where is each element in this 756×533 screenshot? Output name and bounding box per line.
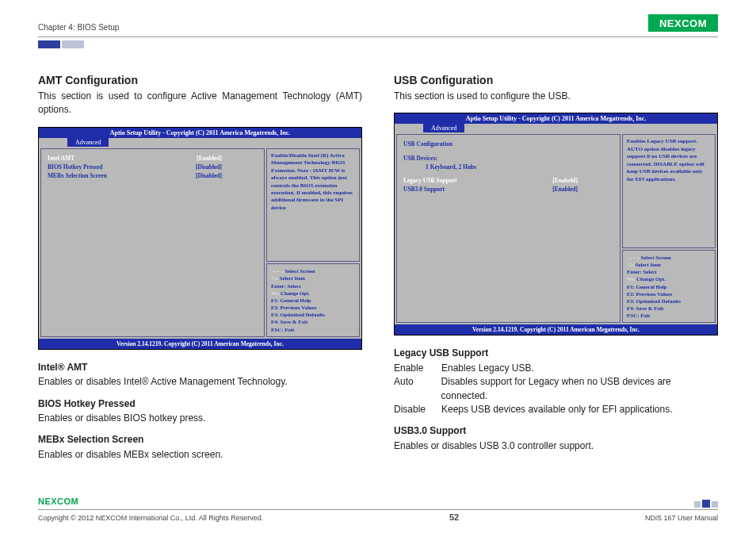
usb-descriptions: Legacy USB Support EnableEnables Legacy … [394, 347, 718, 453]
amt-bios-panel: Aptio Setup Utility - Copyright (C) 2011… [38, 127, 362, 350]
footer-doc: NDiS 167 User Manual [645, 514, 718, 522]
usb-bios-panel: Aptio Setup Utility - Copyright (C) 2011… [394, 113, 718, 336]
amt-intro: This section is used to configure Active… [38, 90, 362, 117]
chapter-label: Chapter 4: BIOS Setup [38, 23, 119, 32]
bios-tabs: Advanced [395, 124, 717, 132]
bios-help: Enables Legacy USB support. AUTO option … [622, 134, 716, 247]
bios-tab-advanced: Advanced [67, 138, 109, 147]
bios-main: Intel AMT[Enabled] BIOS Hotkey Pressed[D… [40, 148, 265, 337]
bios-footer: Version 2.14.1219. Copyright (C) 2011 Am… [395, 324, 717, 335]
header-rule [38, 36, 718, 37]
amt-descriptions: Intel® AMT Enables or disables Intel® Ac… [38, 361, 362, 462]
header-accent-tabs [38, 40, 718, 48]
page-header: Chapter 4: BIOS Setup NEXCOM [38, 14, 718, 35]
page-footer: NEXCOM Copyright © 2012 NEXCOM Internati… [38, 495, 718, 522]
footer-accent-icon [694, 500, 718, 508]
amt-title: AMT Configuration [38, 74, 362, 86]
bios-main: USB Configuration USB Devices: 1 Keyboar… [396, 134, 620, 323]
footer-copyright: Copyright © 2012 NEXCOM International Co… [38, 514, 263, 522]
usb-intro: This section is used to configure the US… [394, 90, 718, 103]
usb-title: USB Configuration [394, 74, 718, 86]
footer-logo: NEXCOM [38, 495, 89, 508]
brand-logo: NEXCOM [648, 14, 718, 32]
bios-title: Aptio Setup Utility - Copyright (C) 2011… [39, 128, 361, 138]
bios-title: Aptio Setup Utility - Copyright (C) 2011… [395, 113, 717, 124]
bios-keys: →←: Select Screen ↑↓: Select Item Enter:… [622, 250, 716, 324]
bios-footer: Version 2.14.1219. Copyright (C) 2011 Am… [39, 339, 361, 349]
right-column: USB Configuration This section is used t… [394, 74, 718, 462]
content-columns: AMT Configuration This section is used t… [38, 74, 718, 462]
bios-tab-advanced: Advanced [423, 124, 464, 132]
bios-help: Enable/Disable Intel (R) Active Manageme… [266, 148, 360, 262]
bios-tabs: Advanced [39, 138, 361, 147]
bios-keys: →←: Select Screen ↑↓: Select Item Enter:… [266, 263, 360, 337]
page-number: 52 [449, 512, 459, 522]
left-column: AMT Configuration This section is used t… [38, 74, 362, 462]
